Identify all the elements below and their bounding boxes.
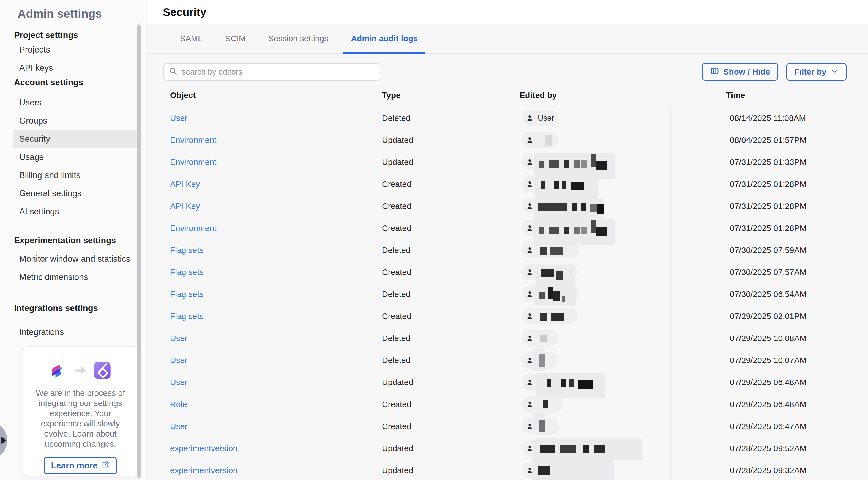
edited-by-cell [522,305,654,327]
object-link[interactable]: Role [170,393,187,415]
redaction-segment [591,220,596,233]
table-body: UserDeletedUser08/14/2025 11:08AMEnviron… [165,107,857,480]
redaction-segment [579,380,593,389]
sidebar-section-project-settings: Project settings [14,30,139,41]
redacted-editor-name [537,239,563,261]
redacted-editor-name [537,371,593,393]
redaction-segment [564,227,568,234]
redaction-segment [539,292,546,299]
sidebar-item-metric-dimensions[interactable]: Metric dimensions [13,268,139,286]
redaction-segment [574,160,580,168]
sidebar-item-groups[interactable]: Groups [13,112,139,130]
object-link[interactable]: Flag sets [170,239,204,261]
sidebar-item-projects[interactable]: Projects [13,41,139,59]
redaction-segment [562,296,565,302]
redaction-segment [564,160,568,168]
editor-name: User [538,107,554,129]
sidebar-item-general-settings[interactable]: General settings [13,184,139,203]
sidebar-section-account-settings: Account settings [14,77,139,88]
table-row: API KeyCreated07/31/2025 01:28PM [165,173,857,195]
object-link[interactable]: API Key [170,173,200,195]
table-header-row: ObjectTypeEdited byTime [165,81,857,107]
object-link[interactable]: User [170,327,187,349]
tab-saml[interactable]: SAML [172,25,210,54]
tab-scim[interactable]: SCIM [217,25,253,54]
sidebar-item-usage[interactable]: Usage [13,148,139,166]
edited-by-cell [522,415,654,437]
person-icon [526,356,534,364]
sidebar-scrollbar-thumb[interactable] [137,25,141,478]
tab-bar: SAMLSCIMSession settingsAdmin audit logs [147,24,868,54]
redaction-segment [539,161,544,168]
sidebar-item-users[interactable]: Users [13,94,139,112]
object-link[interactable]: User [170,371,187,393]
learn-more-button[interactable]: Learn more [44,457,117,474]
audit-log-table: ObjectTypeEdited byTime UserDeletedUser0… [165,81,857,480]
object-link[interactable]: Environment [170,129,216,151]
type-cell: Deleted [382,283,410,305]
promo-logos [50,361,111,381]
redacted-editor-name [537,261,562,283]
object-link[interactable]: Flag sets [170,305,204,327]
main-content: Security SAMLSCIMSession settingsAdmin a… [147,0,868,480]
person-icon [526,444,534,452]
edited-by-cell [522,173,654,195]
time-cell: 07/30/2025 06:54AM [730,283,807,305]
filter-by-button[interactable]: Filter by [786,63,846,81]
sidebar-item-monitor-window-and-statistics[interactable]: Monitor window and statistics [13,250,139,268]
sidebar-item-security[interactable]: Security [13,130,139,148]
edited-by-cell [522,349,654,371]
redacted-editor-name [537,217,607,239]
object-link[interactable]: experimentversion [170,459,238,480]
sidebar-item-api-keys[interactable]: API keys [13,59,139,77]
sidebar: Admin settings Project settingsProjectsA… [0,0,147,480]
object-link[interactable]: User [170,415,187,437]
object-link[interactable]: API Key [170,195,200,217]
tab-admin-audit-logs[interactable]: Admin audit logs [343,25,426,54]
time-cell: 07/30/2025 07:57AM [730,261,807,283]
object-link[interactable]: Environment [170,151,216,173]
redaction-segment [597,204,604,214]
type-cell: Deleted [382,349,410,371]
redaction-segment [549,160,559,168]
object-link[interactable]: Flag sets [170,261,204,283]
redacted-editor-name [537,327,547,349]
show-hide-label: Show / Hide [723,67,770,77]
sidebar-item-ai-settings[interactable]: AI settings [13,203,139,221]
redacted-editor-name [537,393,548,415]
sidebar-section-integrations-settings: Integrations settings [14,303,139,314]
redaction-segment [594,445,606,453]
time-cell: 07/30/2025 07:59AM [730,239,807,261]
type-cell: Deleted [382,239,410,261]
show-hide-button[interactable]: Show / Hide [702,63,778,81]
table-row: Flag setsDeleted07/30/2025 07:59AM [165,239,857,261]
type-cell: Updated [382,459,413,480]
redaction-segment [548,287,553,299]
type-cell: Created [382,415,411,437]
tab-session-settings[interactable]: Session settings [260,25,336,54]
search-input[interactable] [182,67,375,77]
time-cell: 07/29/2025 10:08AM [730,327,807,349]
sidebar-title: Admin settings [18,7,146,20]
object-link[interactable]: User [170,107,187,129]
object-link[interactable]: User [170,349,187,371]
sidebar-item-integrations[interactable]: Integrations [13,323,139,341]
harness-fme-logo-icon [93,362,111,380]
search-box [163,63,380,81]
object-link[interactable]: experimentversion [170,437,238,459]
table-row: EnvironmentCreated07/31/2025 01:28PM [165,217,857,239]
object-link[interactable]: Environment [170,217,216,239]
edited-by-cell [522,217,654,239]
object-link[interactable]: Flag sets [170,283,204,305]
redaction-segment [590,204,597,212]
table-row: Flag setsDeleted07/30/2025 06:54AM [165,283,857,305]
column-header-edited-by: Edited by [520,91,557,100]
redaction-segment [574,227,580,234]
person-icon [526,400,534,409]
sidebar-item-billing-and-limits[interactable]: Billing and limits [13,166,139,184]
time-cell: 07/31/2025 01:28PM [730,217,807,239]
sidebar-section-experimentation-settings: Experimentation settings [14,235,139,246]
type-cell: Deleted [382,327,410,349]
redaction-segment [591,154,596,167]
time-cell: 07/31/2025 01:33PM [730,151,807,173]
